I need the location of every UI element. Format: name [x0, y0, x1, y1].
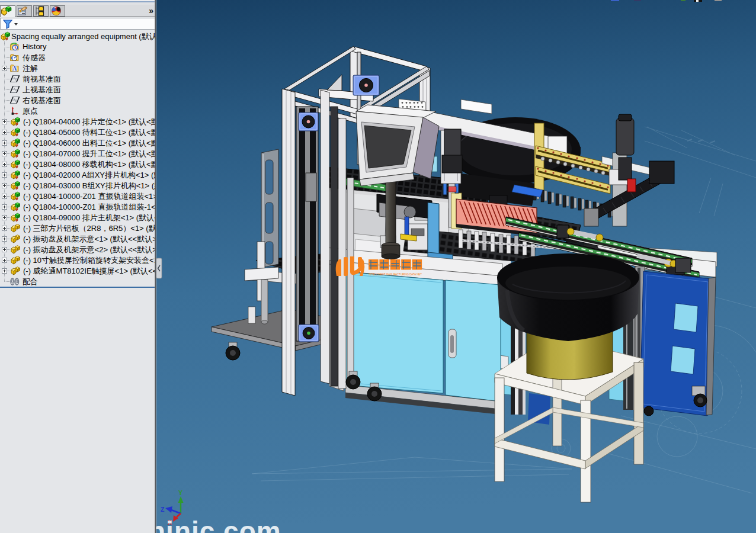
svg-text:INTELLIGENT MANUFACTURING DATA: INTELLIGENT MANUFACTURING DATA NET	[369, 272, 422, 276]
svg-text:Y: Y	[178, 489, 182, 496]
svg-text:A: A	[12, 66, 17, 72]
svg-text:Z: Z	[161, 506, 165, 513]
svg-text:ninic.com: ninic.com	[156, 516, 281, 533]
